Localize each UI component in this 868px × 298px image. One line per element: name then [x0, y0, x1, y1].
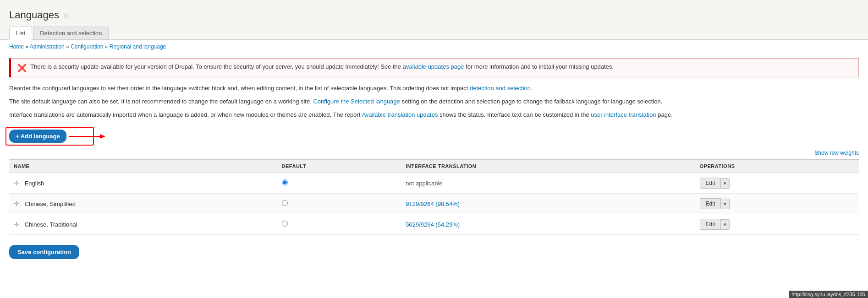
breadcrumb-home[interactable]: Home [9, 43, 24, 50]
operations-cell: Edit ▾ [695, 214, 859, 235]
edit-button-chinese-traditional[interactable]: Edit [700, 219, 721, 230]
dropdown-button-english[interactable]: ▾ [721, 178, 730, 189]
operations-cell: Edit ▾ [695, 173, 859, 194]
edit-button-chinese-simplified[interactable]: Edit [700, 198, 721, 209]
lang-name-cell: ✛ Chinese, Traditional [9, 214, 277, 235]
add-language-button[interactable]: + Add language [9, 130, 66, 143]
translation-cell: not applicable [401, 173, 695, 194]
table-header: NAME DEFAULT INTERFACE TRANSLATION OPERA… [9, 159, 859, 173]
dropdown-button-chinese-simplified[interactable]: ▾ [721, 199, 730, 209]
translation-not-applicable: not applicable [406, 180, 442, 187]
operations-chinese-traditional: Edit ▾ [700, 219, 854, 230]
favorite-star-icon[interactable]: ☆ [63, 11, 69, 20]
table-body: ✛ English not applicable Edit ▾ [9, 173, 859, 235]
breadcrumb-regional-language[interactable]: Regional and language [110, 43, 166, 50]
info-line3: Interface translations are automatically… [9, 110, 859, 120]
error-icon: ❌ [17, 64, 27, 72]
default-cell [277, 214, 401, 235]
translation-cell: 9129/9264 (98.54%) [401, 194, 695, 214]
table-row: ✛ English not applicable Edit ▾ [9, 173, 859, 194]
default-radio-chinese-simplified[interactable] [282, 200, 288, 206]
drag-handle-icon[interactable]: ✛ [14, 200, 19, 207]
main-content: ❌ There is a security update available f… [0, 54, 868, 264]
lang-name-cell: ✛ English [9, 173, 277, 194]
table-row: ✛ Chinese, Traditional 5029/9264 (54.29%… [9, 214, 859, 235]
translation-cell: 5029/9264 (54.29%) [401, 214, 695, 235]
table-header-row: NAME DEFAULT INTERFACE TRANSLATION OPERA… [9, 159, 859, 173]
configure-selected-language-link[interactable]: Configure the Selected language [313, 98, 400, 105]
col-name: NAME [9, 159, 277, 173]
operations-chinese-simplified: Edit ▾ [700, 198, 854, 209]
tabs: List Detection and selection [9, 27, 859, 39]
tab-list[interactable]: List [9, 27, 32, 40]
languages-table: NAME DEFAULT INTERFACE TRANSLATION OPERA… [9, 159, 859, 235]
add-language-wrapper: + Add language [9, 130, 66, 143]
detection-selection-link[interactable]: detection and selection [470, 85, 531, 92]
col-translation: INTERFACE TRANSLATION [401, 159, 695, 173]
lang-name: Chinese, Traditional [25, 221, 77, 228]
security-alert: ❌ There is a security update available f… [9, 58, 859, 77]
default-radio-chinese-traditional[interactable] [282, 221, 288, 227]
show-row-weights-section: Show row weights [9, 149, 859, 156]
add-language-section: + Add language [9, 130, 66, 143]
translation-link-chinese-simplified[interactable]: 9129/9264 (98.54%) [406, 200, 460, 207]
default-radio-english[interactable] [282, 179, 288, 185]
translation-link-chinese-traditional[interactable]: 5029/9264 (54.29%) [406, 221, 460, 228]
default-cell [277, 173, 401, 194]
page-header: Languages ☆ List Detection and selection [0, 0, 868, 40]
svg-marker-1 [100, 134, 105, 139]
show-row-weights-link[interactable]: Show row weights [814, 150, 859, 156]
info-line2: The site default language can also be se… [9, 97, 859, 107]
operations-english: Edit ▾ [700, 178, 854, 189]
drag-handle-icon[interactable]: ✛ [14, 179, 19, 187]
col-operations: OPERATIONS [695, 159, 859, 173]
page-title: Languages ☆ [9, 5, 859, 25]
save-configuration-button[interactable]: Save configuration [9, 245, 79, 259]
info-line1: Reorder the configured languages to set … [9, 84, 859, 93]
user-interface-translation-link[interactable]: user interface translation [591, 111, 656, 118]
breadcrumb-administration[interactable]: Administration [30, 43, 65, 50]
default-cell [277, 194, 401, 214]
edit-button-english[interactable]: Edit [700, 178, 721, 189]
annotation-arrow [69, 132, 105, 141]
dropdown-button-chinese-traditional[interactable]: ▾ [721, 219, 730, 230]
col-default: DEFAULT [277, 159, 401, 173]
available-translation-updates-link[interactable]: Available translation updates [362, 111, 438, 118]
lang-name: English [25, 180, 44, 187]
breadcrumb: Home » Administration » Configuration » … [0, 40, 868, 54]
lang-name-cell: ✛ Chinese, Simplified [9, 194, 277, 214]
drag-handle-icon[interactable]: ✛ [14, 221, 19, 228]
lang-name: Chinese, Simplified [25, 200, 76, 207]
operations-cell: Edit ▾ [695, 194, 859, 214]
tab-detection-selection[interactable]: Detection and selection [33, 27, 109, 39]
available-updates-link[interactable]: available updates page [403, 63, 464, 70]
table-row: ✛ Chinese, Simplified 9129/9264 (98.54%)… [9, 194, 859, 214]
breadcrumb-configuration[interactable]: Configuration [71, 43, 103, 50]
